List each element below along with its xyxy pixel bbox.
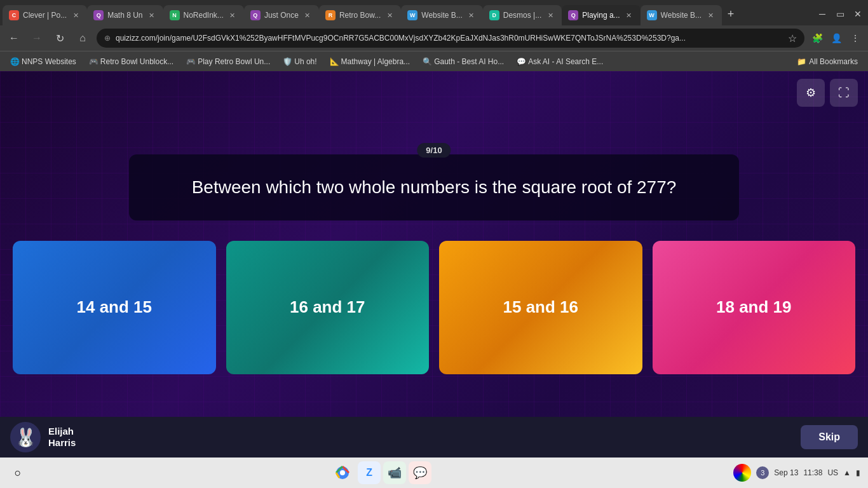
bookmark-askai-label: Ask AI - AI Search E...	[528, 57, 603, 66]
browser-chrome: C Clever | Po... ✕ Q Math 8 Un ✕ N NoRed…	[0, 0, 868, 71]
bookmark-mathway-icon: 📐	[330, 57, 339, 66]
extension-icons: 🧩 👤 ⋮	[810, 30, 863, 46]
answer-card-3[interactable]: 15 and 16	[439, 241, 642, 374]
bookmark-uhoh[interactable]: 🛡️ Uh oh!	[278, 55, 322, 69]
bookmark-retrobowl2[interactable]: 🎮 Play Retro Bowl Un...	[181, 55, 275, 69]
tab-website2-close[interactable]: ✕	[705, 10, 715, 20]
avatar-emoji: 🐰	[15, 427, 37, 448]
tab-playing[interactable]: Q Playing a... ✕	[562, 5, 640, 25]
player-info: 🐰 Elijah Harris	[10, 422, 76, 452]
tab-justonce-title: Just Once	[264, 11, 299, 20]
notification-badge: 3	[756, 466, 769, 479]
bookmark-retrobowl1[interactable]: 🎮 Retro Bowl Unblock...	[84, 55, 179, 69]
tab-website2-favicon: W	[647, 10, 657, 20]
address-bar: ← → ↻ ⌂ ⊕ quizizz.com/join/game/U2FsdGVk…	[0, 25, 868, 51]
tab-website2-title: Website B...	[661, 11, 702, 20]
bookmark-askai[interactable]: 💬 Ask AI - AI Search E...	[512, 55, 608, 69]
tab-noredink[interactable]: N NoRedInk... ✕	[163, 5, 244, 25]
tab-noredink-title: NoRedInk...	[184, 11, 224, 20]
tab-playing-title: Playing a...	[582, 11, 620, 20]
all-bookmarks-button[interactable]: 📁 All Bookmarks	[792, 55, 863, 69]
tab-math8-close[interactable]: ✕	[147, 10, 157, 20]
tab-math8[interactable]: Q Math 8 Un ✕	[87, 5, 163, 25]
security-icon: ⊕	[104, 34, 111, 43]
all-bookmarks-label: All Bookmarks	[809, 57, 858, 66]
start-icon[interactable]: ○	[8, 463, 28, 483]
tab-clever-title: Clever | Po...	[23, 11, 67, 20]
player-name: Elijah Harris	[48, 426, 76, 449]
taskbar-date: Sep 13	[774, 468, 798, 477]
bookmark-nnps-icon: 🌐	[10, 57, 19, 66]
tab-clever[interactable]: C Clever | Po... ✕	[3, 5, 87, 25]
taskbar: ○ Z 📹 💬 3 Sep 13 11:38 US	[0, 458, 868, 488]
top-bar: ⚙ ⛶	[797, 79, 858, 107]
skip-button[interactable]: Skip	[801, 425, 858, 449]
back-button[interactable]: ←	[5, 29, 23, 47]
question-text: Between which two whole numbers is the s…	[159, 175, 709, 200]
taskbar-chrome-icon[interactable]	[330, 460, 355, 485]
tab-noredink-close[interactable]: ✕	[227, 10, 238, 20]
home-button[interactable]: ⌂	[74, 29, 92, 47]
answer-text-4: 18 and 19	[716, 297, 792, 317]
meet-icon-symbol: 📹	[388, 466, 402, 480]
add-tab-button[interactable]: +	[722, 5, 740, 23]
tab-bar: C Clever | Po... ✕ Q Math 8 Un ✕ N NoRed…	[0, 0, 868, 25]
wifi-icon: ▲	[843, 468, 851, 477]
bookmark-gauth-label: Gauth - Best AI Ho...	[434, 57, 504, 66]
tab-retrobowl-close[interactable]: ✕	[384, 10, 395, 20]
tab-noredink-favicon: N	[170, 10, 180, 20]
tab-website2[interactable]: W Website B... ✕	[641, 5, 722, 25]
tab-desmos[interactable]: D Desmos |... ✕	[483, 5, 562, 25]
url-bar[interactable]: ⊕ quizizz.com/join/game/U2FsdGVkX1%252By…	[97, 29, 804, 48]
fullscreen-button[interactable]: ⛶	[830, 79, 858, 107]
bottom-bar: 🐰 Elijah Harris Skip	[0, 417, 868, 458]
profile-button[interactable]: 👤	[829, 30, 844, 46]
bookmark-askai-icon: 💬	[517, 57, 526, 66]
question-container: 9/10 Between which two whole numbers is …	[129, 154, 739, 220]
tab-justonce-close[interactable]: ✕	[302, 10, 313, 20]
taskbar-region: US	[827, 468, 838, 477]
answer-card-4[interactable]: 18 and 19	[653, 241, 856, 374]
tab-retrobowl-favicon: R	[325, 10, 336, 20]
taskbar-time: 11:38	[803, 468, 822, 477]
player-name-line2: Harris	[48, 437, 76, 449]
tab-website1-close[interactable]: ✕	[466, 10, 477, 20]
reload-button[interactable]: ↻	[51, 29, 69, 47]
menu-button[interactable]: ⋮	[848, 30, 863, 46]
tab-justonce[interactable]: Q Just Once ✕	[244, 5, 319, 25]
settings-button[interactable]: ⚙	[797, 79, 825, 107]
color-circle	[733, 464, 751, 482]
taskbar-zoom-icon[interactable]: Z	[358, 461, 381, 484]
bookmark-uhoh-label: Uh oh!	[294, 57, 316, 66]
maximize-button[interactable]: ▭	[832, 6, 848, 22]
tab-justonce-favicon: Q	[250, 10, 261, 20]
bookmark-nnps[interactable]: 🌐 NNPS Websites	[5, 55, 81, 69]
answer-card-2[interactable]: 16 and 17	[226, 241, 430, 374]
bookmark-retrobowl2-icon: 🎮	[186, 57, 195, 66]
tab-playing-favicon: Q	[568, 10, 578, 20]
tab-desmos-title: Desmos |...	[503, 11, 541, 20]
answer-card-1[interactable]: 14 and 15	[13, 241, 216, 374]
tab-retrobowl[interactable]: R Retro Bow... ✕	[319, 5, 401, 25]
bookmark-mathway[interactable]: 📐 Mathway | Algebra...	[325, 55, 416, 69]
folder-icon: 📁	[797, 57, 806, 66]
tab-desmos-close[interactable]: ✕	[545, 10, 555, 20]
forward-button[interactable]: →	[28, 29, 46, 47]
close-window-button[interactable]: ✕	[850, 6, 865, 22]
answer-text-1: 14 and 15	[76, 297, 152, 317]
minimize-button[interactable]: ─	[815, 6, 830, 22]
taskbar-wechat-icon[interactable]: 💬	[409, 461, 431, 484]
taskbar-left: ○	[8, 463, 28, 483]
taskbar-meet-icon[interactable]: 📹	[383, 461, 406, 484]
battery-icon: ▮	[856, 468, 860, 477]
extensions-button[interactable]: 🧩	[810, 30, 825, 46]
tab-website1[interactable]: W Website B... ✕	[401, 5, 482, 25]
tab-clever-favicon: C	[9, 10, 19, 20]
fullscreen-icon: ⛶	[838, 86, 850, 100]
tab-clever-close[interactable]: ✕	[71, 10, 81, 20]
bookmark-star-icon[interactable]: ☆	[788, 32, 797, 44]
tab-playing-close[interactable]: ✕	[624, 10, 634, 20]
player-name-line1: Elijah	[48, 426, 76, 437]
svg-point-1	[340, 470, 345, 475]
bookmark-gauth[interactable]: 🔍 Gauth - Best AI Ho...	[417, 55, 509, 69]
